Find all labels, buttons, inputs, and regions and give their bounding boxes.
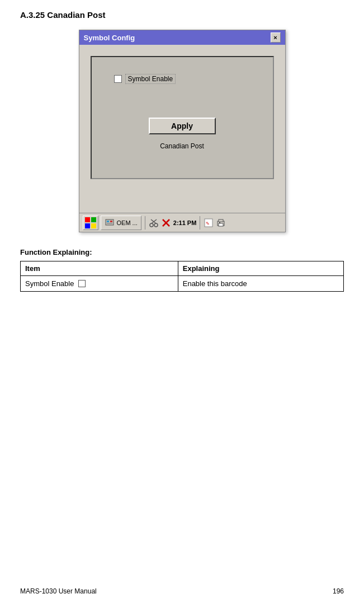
symbol-enable-label: Symbol Enable <box>125 74 176 84</box>
start-button[interactable] <box>83 216 98 230</box>
oem-button[interactable]: OEM ... <box>101 216 141 230</box>
item-checkbox[interactable] <box>78 280 86 287</box>
table-header-row: Item Explaining <box>21 261 344 276</box>
svg-point-9 <box>154 223 158 227</box>
dialog-taskbar: OEM ... <box>79 213 285 232</box>
function-section: Function Explaining: Item Explaining Sym… <box>20 248 344 292</box>
svg-rect-19 <box>219 222 220 223</box>
col-header-explaining: Explaining <box>178 261 343 276</box>
svg-rect-0 <box>85 217 90 222</box>
dialog-title: Symbol Config <box>84 34 135 42</box>
dialog-close-button[interactable]: × <box>271 32 281 43</box>
svg-rect-2 <box>85 223 90 228</box>
section-title: A.3.25 Canadian Post <box>20 10 344 20</box>
svg-rect-1 <box>91 217 96 222</box>
scissors-icon <box>149 218 159 228</box>
apply-button[interactable]: Apply <box>149 118 216 134</box>
windows-start-icon <box>84 217 97 229</box>
function-section-title: Function Explaining: <box>20 248 344 256</box>
taskbar-time: 2:11 PM <box>173 219 197 226</box>
dialog-footer-label: Canadian Post <box>160 142 204 150</box>
svg-rect-17 <box>219 219 223 222</box>
footer-left: MARS-1030 User Manual <box>20 587 97 595</box>
symbol-config-dialog: Symbol Config × Symbol Enable Apply Cana… <box>79 30 286 232</box>
dialog-wrapper: Symbol Config × Symbol Enable Apply Cana… <box>20 30 344 232</box>
col-header-item: Item <box>21 261 178 276</box>
print-icon <box>216 218 226 228</box>
symbol-enable-checkbox[interactable] <box>114 75 122 83</box>
table-cell-item: Symbol Enable <box>21 276 178 292</box>
dialog-titlebar: Symbol Config × <box>79 30 285 45</box>
svg-rect-5 <box>107 221 109 222</box>
table-cell-explaining: Enable this barcode <box>178 276 343 292</box>
svg-point-8 <box>150 223 153 227</box>
taskbar-divider-2 <box>200 216 200 230</box>
symbol-enable-row: Symbol Enable <box>114 74 176 84</box>
dialog-body: Symbol Enable Apply Canadian Post <box>79 45 285 213</box>
table-row: Symbol Enable Enable this barcode <box>21 276 344 292</box>
svg-rect-6 <box>110 221 112 222</box>
page-footer: MARS-1030 User Manual 196 <box>20 587 344 595</box>
function-table: Item Explaining Symbol Enable Enable thi… <box>20 261 344 292</box>
svg-rect-7 <box>107 223 112 224</box>
oem-icon <box>105 218 115 228</box>
oem-label: OEM ... <box>117 219 138 226</box>
footer-right: 196 <box>333 587 344 595</box>
pen-icon: ✎ <box>204 218 214 228</box>
taskbar-divider-1 <box>145 216 145 230</box>
svg-text:✎: ✎ <box>206 221 210 226</box>
dialog-inner: Symbol Enable Apply Canadian Post <box>91 56 274 179</box>
svg-rect-18 <box>219 223 223 226</box>
svg-rect-3 <box>91 223 96 228</box>
red-x-icon <box>161 218 171 228</box>
